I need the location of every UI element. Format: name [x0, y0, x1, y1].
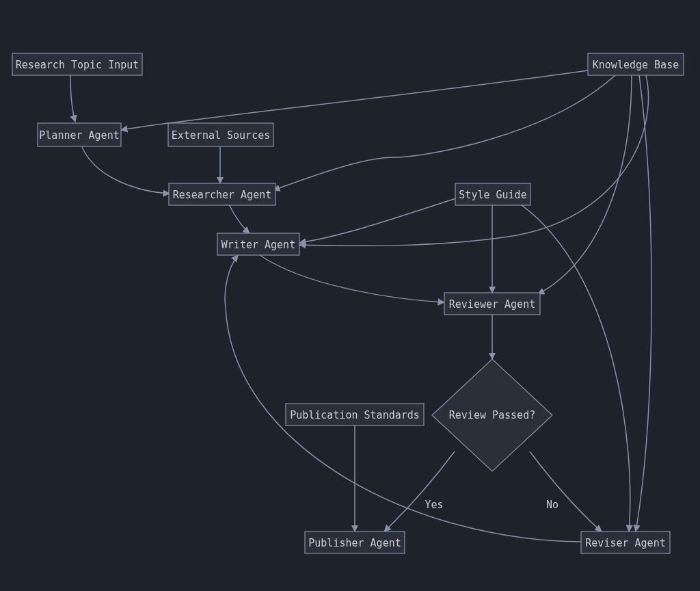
- edge-style-to-reviser: [521, 205, 630, 531]
- edge-kb-to-reviser: [636, 75, 651, 531]
- node-label: Research Topic Input: [16, 59, 139, 71]
- node-writer-agent: Writer Agent: [217, 233, 299, 255]
- node-researcher-agent: Researcher Agent: [169, 183, 275, 205]
- node-label: Style Guide: [459, 189, 526, 201]
- edge-kb-to-researcher: [273, 75, 615, 190]
- node-label: Researcher Agent: [173, 189, 272, 201]
- node-reviser-agent: Reviser Agent: [581, 531, 670, 553]
- node-publication-standards: Publication Standards: [286, 404, 424, 425]
- node-label: Publication Standards: [290, 409, 420, 421]
- flowchart-diagram: Yes No Research Topic Input Knowledge Ba…: [0, 0, 700, 591]
- node-label: Knowledge Base: [593, 59, 679, 71]
- node-planner-agent: Planner Agent: [38, 123, 121, 146]
- node-label: Reviser Agent: [585, 537, 665, 549]
- edge-researcher-to-writer: [229, 205, 250, 233]
- node-research-topic-input: Research Topic Input: [12, 53, 142, 75]
- node-review-passed-decision: Review Passed?: [432, 359, 552, 471]
- edge-research-to-planner: [70, 75, 75, 122]
- edge-style-to-writer: [299, 198, 456, 243]
- edge-planner-to-researcher: [82, 147, 170, 194]
- edge-writer-to-reviewer: [260, 255, 444, 302]
- node-external-sources: External Sources: [168, 123, 273, 146]
- node-publisher-agent: Publisher Agent: [305, 531, 405, 553]
- node-knowledge-base: Knowledge Base: [588, 53, 684, 75]
- edge-decision-to-publisher: [384, 451, 455, 531]
- node-label: Writer Agent: [221, 239, 295, 251]
- node-label: External Sources: [172, 129, 271, 142]
- node-style-guide: Style Guide: [455, 183, 530, 205]
- edge-label-no: No: [546, 499, 558, 511]
- edge-decision-to-reviser: [530, 451, 602, 531]
- node-label: Review Passed?: [449, 409, 535, 421]
- edge-label-yes: Yes: [425, 499, 443, 511]
- node-reviewer-agent: Reviewer Agent: [444, 293, 540, 315]
- edge-kb-to-reviewer: [538, 75, 632, 294]
- node-label: Reviewer Agent: [449, 298, 535, 311]
- node-label: Planner Agent: [39, 129, 119, 142]
- node-label: Publisher Agent: [308, 537, 401, 549]
- edge-kb-to-planner: [121, 70, 588, 130]
